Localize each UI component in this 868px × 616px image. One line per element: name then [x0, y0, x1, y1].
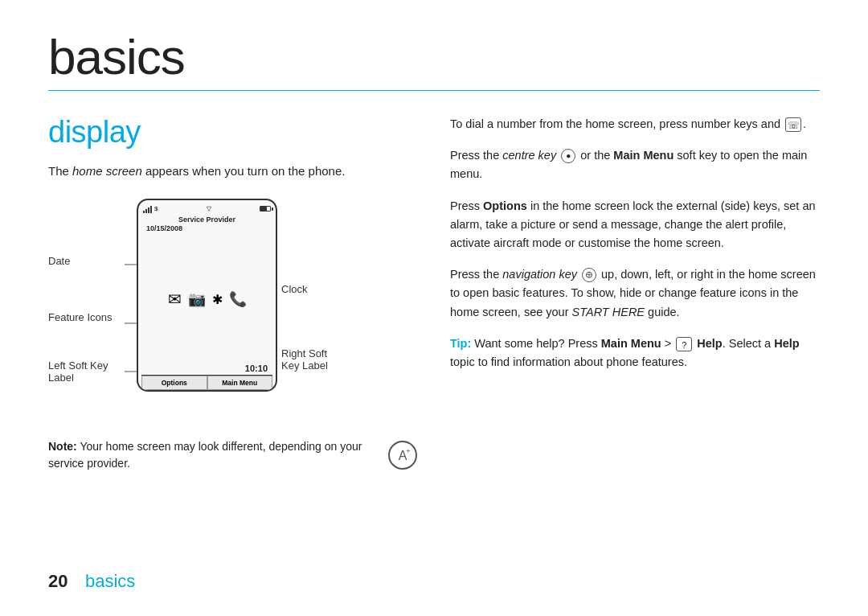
softkey-right: Main Menu	[207, 376, 273, 390]
phone-icons-area: ✉ 📷 ✱ 📞	[141, 236, 272, 363]
accessibility-icon-svg: A +	[387, 440, 418, 470]
battery-fill	[260, 207, 267, 211]
right-column: To dial a number from the home screen, p…	[450, 115, 820, 563]
para-1: To dial a number from the home screen, p…	[450, 115, 820, 133]
section-heading: display	[48, 115, 418, 150]
signal-bar-4	[150, 206, 152, 213]
footer: 20 basics	[48, 563, 820, 592]
date-label: Date	[48, 255, 70, 267]
page-number: 20	[48, 571, 72, 592]
note-bold: Note:	[48, 440, 77, 453]
nav-key-symbol: ⨁	[582, 268, 596, 282]
start-here-italic: START HERE	[572, 306, 645, 318]
phone-provider: Service Provider	[141, 216, 272, 224]
main-menu-bold: Main Menu	[613, 149, 674, 162]
header-rule	[48, 90, 820, 91]
softkey-left: Options	[141, 376, 207, 390]
signal-bar-3	[148, 207, 149, 213]
diagram-area: $ ▽ Service Provider 10	[48, 199, 418, 424]
note-text: Note: Your home screen may look differen…	[48, 438, 378, 472]
phone-mockup: $ ▽ Service Provider 10	[137, 199, 277, 392]
note-area: Note: Your home screen may look differen…	[48, 438, 418, 476]
status-right	[260, 206, 271, 211]
status-left: $	[143, 205, 158, 213]
para-4: Press the navigation key ⨁ up, down, lef…	[450, 265, 820, 322]
para-3: Press Options in the home screen lock th…	[450, 197, 820, 253]
tip-help-bold-2: Help	[774, 337, 799, 350]
signal-bar-1	[143, 211, 145, 213]
phone-status-bar: $ ▽	[141, 205, 272, 213]
header-title: basics	[48, 32, 820, 82]
left-column: display The home screen appears when you…	[48, 115, 418, 563]
phone-softkeys: Options Main Menu	[141, 375, 272, 390]
phone-time: 10:10	[141, 363, 272, 373]
phone-screen: $ ▽ Service Provider 10	[138, 200, 276, 390]
navigation-key-italic: navigation key	[502, 268, 577, 281]
envelope-icon: ✉	[168, 290, 182, 309]
battery-icon	[260, 206, 271, 211]
note-icon: A +	[387, 440, 418, 476]
tip-para: Tip: Want some help? Press Main Menu > ?…	[450, 335, 820, 372]
options-bold: Options	[483, 199, 527, 212]
signal-bars	[143, 205, 152, 213]
intro-italic: home screen	[72, 164, 142, 178]
phone-icon: 📞	[229, 290, 247, 308]
footer-section-label: basics	[85, 571, 135, 592]
help-question-icon: ?	[676, 337, 692, 351]
intro-text: The home screen appears when you turn on…	[48, 162, 418, 181]
feature-icons-label: Feature Icons	[48, 311, 113, 323]
right-soft-key-label: Right SoftKey Label	[281, 347, 328, 372]
tip-label: Tip:	[450, 337, 471, 350]
dial-icon: ☏	[785, 117, 801, 132]
centre-key-italic: centre key	[502, 149, 556, 162]
page-container: basics display The home screen appears w…	[0, 0, 868, 616]
bluetooth-icon: ✱	[212, 292, 223, 307]
left-soft-key-label: Left Soft KeyLabel	[48, 359, 108, 384]
phone-date: 10/15/2008	[141, 224, 272, 232]
status-currency-icon: $	[154, 205, 158, 212]
signal-bar-2	[145, 209, 147, 213]
content-area: display The home screen appears when you…	[48, 115, 820, 563]
camera-icon: 📷	[188, 290, 206, 308]
tip-main-menu-bold: Main Menu	[601, 337, 661, 350]
svg-text:+: +	[406, 447, 410, 455]
clock-label: Clock	[281, 283, 308, 295]
para-2: Press the centre key ● or the Main Menu …	[450, 146, 820, 183]
centre-key-symbol: ●	[561, 149, 575, 163]
tip-help-bold: Help	[697, 337, 722, 350]
status-triangle-icon: ▽	[207, 205, 211, 212]
